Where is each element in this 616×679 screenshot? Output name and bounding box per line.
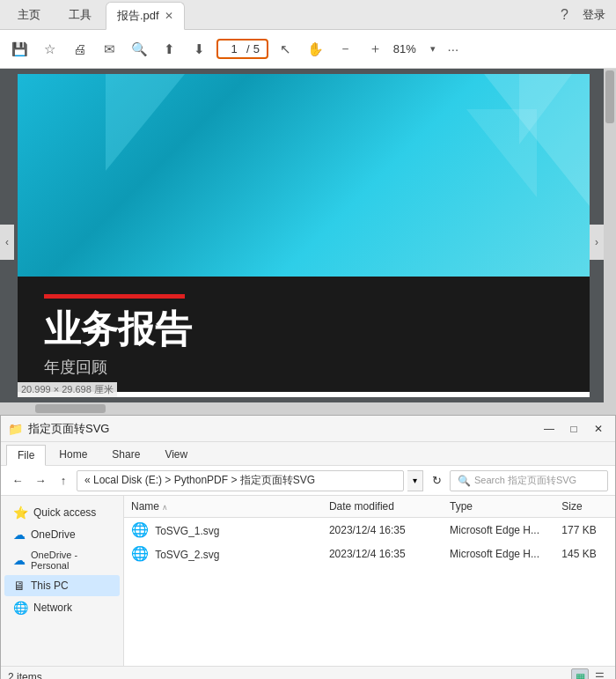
tab-tools[interactable]: 工具 (55, 2, 106, 28)
pdf-subtitle: 年度回顾 (44, 357, 563, 378)
quick-access-icon: ⭐ (13, 506, 28, 520)
maximize-button[interactable]: □ (564, 419, 583, 439)
ribbon-tab-share[interactable]: Share (100, 444, 151, 465)
table-row[interactable]: 🌐 ToSVG_1.svg 2023/12/4 16:35 Microsoft … (124, 518, 615, 542)
address-dropdown-button[interactable]: ▾ (407, 470, 423, 491)
search-box[interactable]: 🔍 Search 指定页面转SVG (450, 470, 608, 491)
file-type-1: Microsoft Edge H... (443, 523, 554, 537)
column-size[interactable]: Size (554, 498, 615, 514)
tab-pdf[interactable]: 报告.pdf ✕ (106, 2, 185, 30)
zoom-search-button[interactable]: 🔍 (127, 37, 151, 62)
file-name-cell: 🌐 ToSVG_2.svg (124, 544, 322, 563)
browser-tab-bar: 主页 工具 报告.pdf ✕ ? 登录 (0, 0, 616, 30)
sidebar-label-onedrive: OneDrive (31, 528, 76, 541)
explorer-ribbon: File Home Share View (1, 442, 615, 466)
close-button[interactable]: ✕ (589, 419, 608, 439)
tab-home[interactable]: 主页 (4, 2, 55, 28)
tab-pdf-label: 报告.pdf (117, 8, 159, 24)
forward-button[interactable]: → (31, 471, 50, 491)
file-icon-1: 🌐 (131, 522, 149, 537)
explorer-titlebar: 📁 指定页面转SVG — □ ✕ (1, 416, 615, 442)
tab-close-icon[interactable]: ✕ (165, 10, 173, 22)
browser-login-button[interactable]: 登录 (576, 4, 612, 26)
more-options-button[interactable]: ··· (441, 37, 466, 62)
sidebar-label-onedrive-personal: OneDrive - Personal (31, 550, 111, 571)
pdf-main-title: 业务报告 (44, 309, 563, 350)
save-button[interactable]: 💾 (7, 37, 32, 62)
table-row[interactable]: 🌐 ToSVG_2.svg 2023/12/4 16:35 Microsoft … (124, 542, 615, 565)
column-type[interactable]: Type (443, 498, 554, 514)
file-date-1: 2023/12/4 16:35 (322, 523, 443, 537)
file-list-area: 🌐 ToSVG_1.svg 2023/12/4 16:35 Microsoft … (124, 518, 615, 666)
sidebar-item-network[interactable]: 🌐 Network (4, 597, 120, 618)
page-sep: / (246, 42, 250, 55)
file-icon-2: 🌐 (131, 546, 149, 561)
file-name-cell: 🌐 ToSVG_1.svg (124, 520, 322, 539)
sidebar-label-quick-access: Quick access (33, 506, 96, 519)
file-size-1: 177 KB (554, 523, 615, 537)
explorer-title-icon: 📁 (8, 422, 23, 436)
ribbon-tab-view[interactable]: View (153, 444, 199, 465)
onedrive-personal-icon: ☁ (13, 553, 26, 567)
list-view-button[interactable]: ☰ (590, 668, 608, 680)
zoom-in-button[interactable]: ＋ (363, 37, 388, 62)
pdf-prev-page-button[interactable]: ‹ (0, 225, 14, 260)
pdf-scrollbar-thumb[interactable] (605, 70, 614, 123)
ribbon-tab-bar: File Home Share View (1, 442, 615, 465)
explorer-title-text: 指定页面转SVG (28, 421, 534, 437)
explorer-statusbar: 2 items ▦ ☰ (1, 666, 615, 679)
print-button[interactable]: 🖨 (67, 37, 92, 62)
pdf-title-section: 业务报告 年度回顾 (18, 277, 590, 392)
page-up-button[interactable]: ⬆ (157, 37, 181, 62)
file-size-2: 145 KB (554, 547, 615, 561)
file-date-2: 2023/12/4 16:35 (322, 547, 443, 561)
pdf-vertical-scrollbar[interactable] (604, 69, 616, 415)
sidebar-item-quick-access[interactable]: ⭐ Quick access (4, 502, 120, 523)
cursor-tool-button[interactable]: ↖ (274, 37, 298, 62)
browser-toolbar: 💾 ☆ 🖨 ✉ 🔍 ⬆ ⬇ / 5 ↖ ✋ － ＋ 81% ▾ ··· (0, 30, 616, 69)
zoom-level-display: 81% (393, 42, 425, 55)
this-pc-icon: 🖥 (13, 579, 26, 593)
page-down-button[interactable]: ⬇ (187, 37, 211, 62)
star-button[interactable]: ☆ (37, 37, 62, 62)
onedrive-icon: ☁ (13, 528, 26, 542)
path-text: « Local Disk (E:) > PythonPDF > 指定页面转SVG (84, 473, 315, 488)
status-item-count: 2 items (8, 671, 42, 680)
zoom-dropdown-icon[interactable]: ▾ (430, 43, 436, 55)
hand-tool-button[interactable]: ✋ (304, 37, 328, 62)
file-explorer: 📁 指定页面转SVG — □ ✕ File Home Share View ← … (0, 415, 616, 679)
sidebar-item-onedrive[interactable]: ☁ OneDrive (4, 524, 120, 545)
address-path[interactable]: « Local Disk (E:) > PythonPDF > 指定页面转SVG (77, 470, 404, 491)
view-toggle-buttons: ▦ ☰ (571, 668, 608, 680)
column-name[interactable]: Name ∧ (124, 498, 322, 514)
pdf-page: 业务报告 年度回顾 (18, 74, 590, 397)
sidebar-item-this-pc[interactable]: 🖥 This PC (4, 575, 120, 596)
sidebar-label-network: Network (33, 602, 72, 614)
pdf-viewer: ‹ 业务报告 年度回顾 20.999 × 29.698 厘米 › (0, 69, 616, 415)
file-list: Name ∧ Date modified Type Size 🌐 ToSVG_1… (124, 496, 615, 666)
browser-help-button[interactable]: ? (554, 4, 576, 26)
ribbon-tab-file[interactable]: File (6, 445, 46, 466)
refresh-button[interactable]: ↻ (427, 471, 446, 491)
mail-button[interactable]: ✉ (97, 37, 121, 62)
up-button[interactable]: ↑ (54, 471, 73, 491)
pdf-next-page-button[interactable]: › (590, 225, 604, 260)
column-date[interactable]: Date modified (322, 498, 443, 514)
sort-arrow-name: ∧ (162, 503, 168, 512)
search-icon: 🔍 (458, 475, 471, 487)
ribbon-tab-home[interactable]: Home (48, 444, 99, 465)
pdf-h-scrollbar-thumb[interactable] (35, 404, 106, 413)
network-icon: 🌐 (13, 601, 28, 615)
page-navigation[interactable]: / 5 (216, 39, 268, 59)
zoom-out-button[interactable]: － (334, 37, 358, 62)
sidebar-label-this-pc: This PC (31, 579, 69, 592)
back-button[interactable]: ← (8, 471, 27, 491)
minimize-button[interactable]: — (539, 419, 559, 439)
pdf-size-indicator: 20.999 × 29.698 厘米 (18, 382, 117, 397)
explorer-body: ⭐ Quick access ☁ OneDrive ☁ OneDrive - P… (1, 496, 615, 666)
explorer-sidebar: ⭐ Quick access ☁ OneDrive ☁ OneDrive - P… (1, 496, 124, 666)
sidebar-item-onedrive-personal[interactable]: ☁ OneDrive - Personal (4, 546, 120, 574)
pdf-horizontal-scrollbar[interactable] (0, 402, 604, 415)
details-view-button[interactable]: ▦ (571, 668, 589, 680)
page-number-input[interactable] (225, 42, 243, 55)
